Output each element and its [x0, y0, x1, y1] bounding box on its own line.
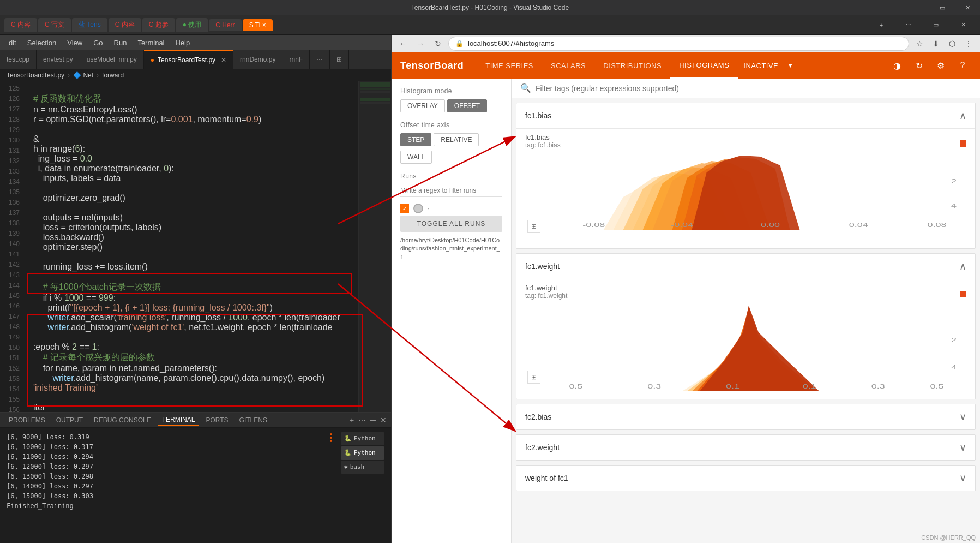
- histogram-chart-fc1weight: 2 4 -0.5 -0.3 -0.1 0.1 0.3 0.5: [525, 304, 966, 386]
- tb-address-bar[interactable]: 🔒 localhost:6007/#histograms: [448, 37, 909, 51]
- tb-menu-btn[interactable]: ⋮: [961, 37, 976, 51]
- toggle-all-runs-btn[interactable]: TOGGLE ALL RUNS: [400, 216, 502, 232]
- browser-tab-shiyong[interactable]: ● 使用: [176, 18, 208, 32]
- tab-problems[interactable]: PROBLEMS: [4, 415, 50, 425]
- tb-nav-histograms[interactable]: HISTOGRAMS: [670, 52, 738, 79]
- terminal-output: [6, 9000] loss: 0.319 [6, 10000] loss: 0…: [7, 432, 321, 539]
- tab-output[interactable]: OUTPUT: [52, 415, 87, 425]
- new-tab-btn[interactable]: +: [869, 17, 894, 33]
- tb-extensions-btn[interactable]: ⬡: [945, 37, 959, 51]
- tab-tensorboard[interactable]: ● TensorBoardTest.py ✕: [144, 50, 233, 69]
- color-swatch-fc1bias[interactable]: [960, 140, 966, 147]
- breadcrumb-class[interactable]: 🔷 Net: [73, 71, 93, 79]
- tb-download-btn[interactable]: ⬇: [929, 37, 943, 51]
- color-swatch-fc1weight[interactable]: [960, 291, 966, 297]
- card-weight-of-fc1-chevron[interactable]: ∨: [959, 472, 966, 484]
- card-fc1bias-header[interactable]: fc1.bias ∧: [516, 103, 975, 129]
- browser-tab-xiewen[interactable]: C 写文: [38, 18, 71, 32]
- menu-terminal[interactable]: Terminal: [133, 38, 169, 48]
- close-btn[interactable]: ✕: [955, 0, 980, 15]
- browser-close-btn[interactable]: ✕: [951, 17, 976, 33]
- run-item: ✓ ·: [400, 201, 502, 216]
- minimize-btn[interactable]: ─: [905, 0, 930, 15]
- menu-selection[interactable]: Selection: [23, 38, 61, 48]
- tab-terminal[interactable]: TERMINAL: [158, 415, 200, 426]
- step-btn[interactable]: STEP: [400, 133, 431, 146]
- card-fc1weight-header[interactable]: fc1.weight ∧: [516, 254, 975, 279]
- card-fc2weight: fc2.weight ∨: [516, 434, 976, 461]
- terminal-bash[interactable]: ✱ bash: [341, 461, 384, 474]
- browser-tab-neicong2[interactable]: C 内容: [109, 18, 141, 32]
- tb-help-btn[interactable]: ?: [954, 57, 971, 74]
- card-fc2weight-chevron[interactable]: ∨: [959, 441, 966, 454]
- zoom-btn-fc1weight[interactable]: ⊞: [527, 371, 540, 384]
- tb-nav-distributions[interactable]: DISTRIBUTIONS: [594, 52, 670, 79]
- card-fc2weight-title: fc2.weight: [525, 443, 959, 452]
- terminal-python2[interactable]: 🐍 Python: [341, 446, 384, 460]
- menu-run[interactable]: Run: [110, 38, 131, 48]
- zoom-btn-fc1bias[interactable]: ⊞: [527, 220, 540, 233]
- browser-tab-neicong1[interactable]: C 内容: [4, 18, 37, 32]
- histogram-mode-label: Histogram mode: [400, 87, 502, 95]
- tb-content: 🔍 fc1.bias ∧ f: [512, 79, 980, 543]
- tb-inactive-dropdown[interactable]: ▼: [784, 52, 797, 79]
- menu-view[interactable]: View: [63, 38, 87, 48]
- tab-ports[interactable]: PORTS: [201, 415, 232, 425]
- tb-forward-btn[interactable]: →: [413, 37, 428, 51]
- card-fc1bias: fc1.bias ∧ fc1.bias tag: fc1.bias: [516, 103, 976, 249]
- restore-btn[interactable]: ▭: [923, 17, 948, 33]
- card-fc2bias-chevron[interactable]: ∨: [959, 411, 966, 423]
- histogram-tag-fc1weight: tag: fc1.weight: [525, 292, 567, 300]
- card-fc2weight-header[interactable]: fc2.weight ∨: [516, 435, 975, 460]
- card-fc1weight-chevron[interactable]: ∧: [959, 260, 966, 272]
- tb-bookmark-btn[interactable]: ☆: [912, 37, 927, 51]
- tab-split[interactable]: ⊞: [330, 50, 349, 69]
- terminal-line: [6, 15000] loss: 0.303: [7, 491, 321, 501]
- tab-usemodel[interactable]: useModel_rnn.py: [80, 50, 144, 69]
- menu-go[interactable]: Go: [89, 38, 107, 48]
- terminal-close-btn[interactable]: ✕: [380, 416, 387, 425]
- tb-nav-time-series[interactable]: TIME SERIES: [477, 52, 542, 79]
- card-weight-of-fc1-header[interactable]: weight of fc1 ∨: [516, 466, 975, 491]
- tab-menu-btn[interactable]: ⋯: [896, 17, 921, 33]
- tb-refresh-icon-btn[interactable]: ↻: [910, 57, 928, 74]
- card-fc1bias-chevron[interactable]: ∧: [959, 110, 966, 122]
- breadcrumb-file[interactable]: TensorBoardTest.py: [7, 71, 64, 79]
- terminal-minimize-btn[interactable]: ─: [370, 416, 376, 425]
- tab-rnndemo[interactable]: rnnDemo.py: [233, 50, 282, 69]
- tab-rnnf[interactable]: rnnF: [282, 50, 310, 69]
- browser-tab-chaocan[interactable]: C 超参: [142, 18, 175, 32]
- browser-tab-herr[interactable]: C Herr: [209, 19, 241, 31]
- overlay-btn[interactable]: OVERLAY: [400, 99, 445, 112]
- tab-more[interactable]: ⋯: [310, 50, 330, 69]
- runs-filter-input[interactable]: [400, 184, 502, 197]
- tb-nav-inactive[interactable]: INACTIVE: [738, 52, 784, 79]
- terminal-more-btn[interactable]: ⋯: [358, 416, 366, 425]
- card-fc2bias-header[interactable]: fc2.bias ∨: [516, 404, 975, 429]
- tab-testcpp[interactable]: test.cpp: [0, 50, 37, 69]
- relative-btn[interactable]: RELATIVE: [434, 133, 479, 146]
- terminal-python1[interactable]: 🐍 Python: [341, 432, 384, 445]
- tb-refresh-btn[interactable]: ↻: [431, 37, 445, 51]
- filter-input[interactable]: [536, 84, 971, 93]
- browser-tab-ti[interactable]: S Ti ×: [243, 19, 273, 31]
- close-tab-icon[interactable]: ✕: [221, 56, 226, 64]
- maximize-btn[interactable]: ▭: [930, 0, 955, 15]
- svg-text:2: 2: [951, 178, 957, 184]
- run-checkbox[interactable]: ✓: [400, 204, 409, 213]
- tb-back-btn[interactable]: ←: [396, 37, 410, 51]
- menu-edit[interactable]: dit: [4, 38, 21, 48]
- wall-btn[interactable]: WALL: [400, 151, 432, 164]
- menu-help[interactable]: Help: [171, 38, 195, 48]
- tb-settings-btn[interactable]: ⚙: [932, 57, 949, 74]
- breadcrumb-method[interactable]: forward: [102, 71, 124, 79]
- tb-theme-btn[interactable]: ◑: [888, 57, 906, 74]
- tb-nav-scalars[interactable]: SCALARS: [542, 52, 594, 79]
- tab-envtest[interactable]: envtest.py: [37, 50, 80, 69]
- browser-tab-tens[interactable]: 蓝 Tens: [72, 18, 107, 32]
- run-toggle-circle[interactable]: [413, 204, 423, 213]
- terminal-add-btn[interactable]: +: [350, 416, 354, 425]
- tab-debug-console[interactable]: DEBUG CONSOLE: [89, 415, 155, 425]
- tab-gitlens[interactable]: GITLENS: [235, 415, 272, 425]
- offset-btn[interactable]: OFFSET: [447, 99, 487, 112]
